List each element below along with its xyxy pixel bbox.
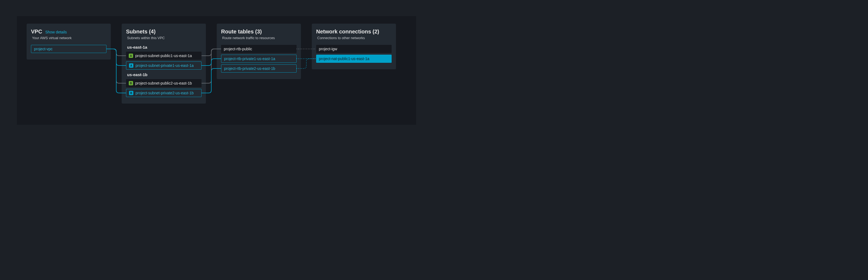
vpc-title: VPC Show details	[31, 29, 106, 35]
az-badge-icon: A	[129, 63, 133, 68]
network-connections-subtitle: Connections to other networks	[317, 36, 392, 40]
az-label: us-east-1a	[127, 45, 202, 50]
route-tables-card: Route tables (3) Route network traffic t…	[217, 24, 301, 79]
network-connection-item[interactable]: project-igw	[316, 45, 392, 53]
route-table-item[interactable]: project-rtb-private1-us-east-1a	[221, 55, 297, 63]
network-connection-name: project-nat-public1-us-east-1a	[319, 57, 369, 61]
az-badge-icon: B	[129, 81, 133, 85]
subnet-item[interactable]: B project-subnet-public2-us-east-1b	[126, 79, 202, 87]
subnet-name: project-subnet-private1-us-east-1a	[135, 63, 194, 68]
network-connections-title: Network connections (2)	[316, 29, 392, 35]
vpc-show-details-link[interactable]: Show details	[45, 30, 67, 34]
vpc-card: VPC Show details Your AWS virtual networ…	[27, 24, 111, 59]
route-tables-subtitle: Route network traffic to resources	[222, 36, 297, 40]
route-table-name: project-rtb-private2-us-east-1b	[224, 66, 275, 71]
subnet-name: project-subnet-public2-us-east-1b	[135, 81, 192, 85]
subnet-item[interactable]: A project-subnet-private1-us-east-1a	[126, 61, 202, 69]
network-connection-item[interactable]: project-nat-public1-us-east-1a	[316, 55, 392, 63]
subnets-card: Subnets (4) Subnets within this VPC us-e…	[122, 24, 206, 104]
vpc-name: project-vpc	[34, 47, 53, 51]
route-tables-title: Route tables (3)	[221, 29, 297, 35]
az-label: us-east-1b	[127, 72, 202, 77]
vpc-subtitle: Your AWS virtual network	[32, 36, 106, 40]
az-badge-icon: B	[129, 91, 133, 95]
az-badge-icon: A	[129, 54, 133, 58]
network-connections-card: Network connections (2) Connections to o…	[312, 24, 396, 69]
subnet-name: project-subnet-private2-us-east-1b	[135, 91, 194, 95]
subnet-name: project-subnet-public1-us-east-1a	[135, 54, 192, 58]
network-connection-name: project-igw	[319, 47, 337, 51]
route-table-item[interactable]: project-rtb-private2-us-east-1b	[221, 64, 297, 73]
subnet-item[interactable]: B project-subnet-private2-us-east-1b	[126, 89, 202, 97]
subnet-item[interactable]: A project-subnet-public1-us-east-1a	[126, 52, 202, 60]
subnets-subtitle: Subnets within this VPC	[127, 36, 202, 40]
route-table-name: project-rtb-public	[224, 47, 252, 51]
route-table-name: project-rtb-private1-us-east-1a	[224, 57, 275, 61]
vpc-item[interactable]: project-vpc	[31, 45, 106, 53]
route-table-item[interactable]: project-rtb-public	[221, 45, 297, 53]
subnets-title: Subnets (4)	[126, 29, 202, 35]
vpc-title-text: VPC	[31, 29, 42, 34]
